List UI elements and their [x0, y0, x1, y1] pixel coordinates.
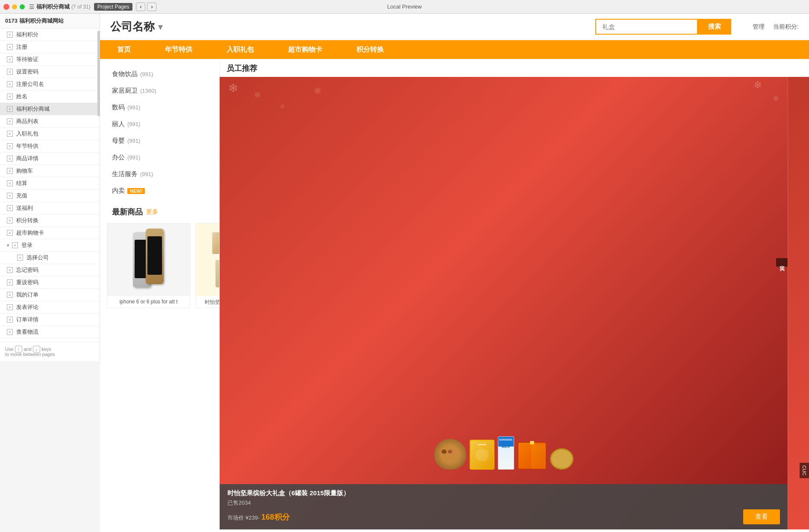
- menu-icon: ☰: [29, 3, 35, 10]
- sidebar-item-label-1: 注册: [16, 43, 27, 51]
- nav-points-exchange[interactable]: 积分转换: [339, 40, 401, 59]
- category-item-1[interactable]: 家居厨卫(1360): [100, 82, 219, 99]
- can-4: [215, 260, 220, 288]
- iphone-screen-gold: [147, 236, 162, 275]
- sidebar-item-18[interactable]: ≡选择公司: [0, 252, 100, 264]
- nav-festival[interactable]: 年节特供: [148, 40, 209, 59]
- page-icon-2: ≡: [7, 56, 13, 62]
- sidebar-item-0[interactable]: ≡福利积分: [0, 29, 100, 41]
- page-icon-11: ≡: [7, 168, 13, 174]
- minimize-button[interactable]: [12, 4, 17, 9]
- sidebar-item-22[interactable]: ≡发表评论: [0, 301, 100, 314]
- gift-bow: [530, 441, 534, 444]
- snowflake-4: ❄: [773, 94, 779, 103]
- category-count-5: (991): [127, 154, 140, 161]
- sidebar-item-label-2: 等待验证: [16, 56, 38, 63]
- featured-sold-count: 已售2034: [227, 499, 780, 507]
- sidebar-item-23[interactable]: ≡订单详情: [0, 314, 100, 326]
- box-circle: [476, 449, 488, 461]
- page-icon-8: ≡: [7, 131, 13, 137]
- page-icon-1: ≡: [7, 44, 13, 50]
- featured-banner-container: ❄ ❄ ❄ ❄ ❄ ❄: [220, 77, 809, 529]
- iphone-img-1: [116, 227, 182, 293]
- category-item-7[interactable]: 内卖NEW!: [100, 182, 219, 199]
- project-pages-button[interactable]: Project Pages: [94, 3, 133, 11]
- sidebar-item-2[interactable]: ≡等待验证: [0, 53, 100, 66]
- product-card-2[interactable]: 时怡坚果绿纷大礼盒（6罐装: [195, 223, 220, 308]
- category-name-7: 内卖: [112, 187, 125, 195]
- company-name: 公司名称: [110, 19, 155, 34]
- category-item-0[interactable]: 食物饮品(991): [100, 66, 219, 82]
- sidebar-item-20[interactable]: ≡重设密码: [0, 276, 100, 289]
- page-icon-0: ≡: [7, 32, 13, 38]
- category-item-2[interactable]: 数码(991): [100, 99, 219, 116]
- category-count-3: (991): [127, 121, 140, 127]
- newest-section: 最新商品 更多: [100, 199, 219, 312]
- store-logo[interactable]: 公司名称 ▾: [110, 19, 162, 34]
- sidebar-item-14[interactable]: ≡送福利: [0, 202, 100, 215]
- sidebar-item-5[interactable]: ≡姓名: [0, 91, 100, 103]
- page-icon-23: ≡: [7, 317, 13, 323]
- basket-contents: [438, 443, 462, 460]
- category-item-4[interactable]: 母婴(991): [100, 132, 219, 149]
- maximize-button[interactable]: [20, 4, 25, 9]
- app-title: 福利积分商城: [36, 3, 70, 11]
- view-button[interactable]: 查看: [743, 509, 780, 524]
- sidebar-item-1[interactable]: ≡注册: [0, 41, 100, 53]
- category-item-3[interactable]: 丽人(991): [100, 116, 219, 132]
- employee-recommend-title: 员工推荐: [220, 59, 809, 77]
- sidebar-item-8[interactable]: ≡入职礼包: [0, 128, 100, 140]
- search-input[interactable]: [595, 19, 698, 35]
- nav-onboarding[interactable]: 入职礼包: [209, 40, 271, 59]
- store-body: 食物饮品(991)家居厨卫(1360)数码(991)丽人(991)母婴(991)…: [100, 59, 809, 529]
- sidebar-item-label-19: 忘记密码: [16, 266, 38, 274]
- sidebar-item-7[interactable]: ≡商品列表: [0, 115, 100, 128]
- sidebar-scrollbar[interactable]: [97, 31, 100, 116]
- sidebar-item-label-21: 我的订单: [16, 291, 38, 299]
- nav-home[interactable]: 首页: [100, 40, 148, 59]
- nav-forward-button[interactable]: ›: [147, 3, 156, 11]
- page-icon-14: ≡: [7, 205, 13, 211]
- sidebar-item-21[interactable]: ≡我的订单: [0, 289, 100, 301]
- featured-market-price: 市场价 ¥239- 168积分: [227, 512, 290, 522]
- close-button[interactable]: [3, 4, 9, 10]
- manage-label[interactable]: 管理: [753, 23, 765, 31]
- sidebar-item-16[interactable]: ≡超市购物卡: [0, 227, 100, 239]
- page-icon-24: ≡: [7, 329, 13, 335]
- milk-carton: SUNSIDES MILK: [498, 436, 514, 470]
- sidebar-item-label-14: 送福利: [16, 204, 33, 212]
- sidebar-item-label-15: 积分转换: [16, 217, 38, 224]
- nut-1: [441, 450, 447, 454]
- search-button[interactable]: 搜索: [698, 19, 731, 35]
- local-preview-label: Local Preview: [387, 3, 422, 10]
- buy-overlay-btn[interactable]: 我买: [776, 258, 788, 267]
- sidebar-item-19[interactable]: ≡忘记密码: [0, 264, 100, 276]
- page-icon-12: ≡: [7, 180, 13, 186]
- category-item-5[interactable]: 办公(991): [100, 149, 219, 166]
- cuc-btn[interactable]: CUC: [800, 463, 809, 478]
- sidebar-item-17[interactable]: ▾≡登录: [0, 239, 100, 252]
- nav-supermarket[interactable]: 超市购物卡: [271, 40, 339, 59]
- sidebar-item-13[interactable]: ≡充值: [0, 190, 100, 202]
- sidebar-item-11[interactable]: ≡购物车: [0, 165, 100, 177]
- nav-back-button[interactable]: ‹: [136, 3, 145, 11]
- category-name-0: 食物饮品: [112, 70, 138, 78]
- sidebar-item-6[interactable]: ≡福利积分商城: [0, 103, 100, 115]
- store-header: 公司名称 ▾ 搜索 管理 当前积分:: [100, 14, 809, 40]
- more-link[interactable]: 更多: [146, 208, 158, 216]
- sidebar-item-10[interactable]: ≡商品详情: [0, 153, 100, 165]
- sidebar-item-12[interactable]: ≡结算: [0, 177, 100, 190]
- page-icon-4: ≡: [7, 81, 13, 87]
- category-item-6[interactable]: 生活服务(991): [100, 166, 219, 182]
- product-card-1[interactable]: iphone 6 or 6 plus for att t: [107, 223, 190, 308]
- sidebar-item-24[interactable]: ≡查看物流: [0, 326, 100, 338]
- sidebar-item-4[interactable]: ≡注册公司名: [0, 78, 100, 91]
- keys-label: keys: [41, 347, 51, 352]
- sidebar-item-15[interactable]: ≡积分转换: [0, 215, 100, 227]
- category-count-0: (991): [140, 71, 153, 77]
- category-name-2: 数码: [112, 103, 125, 112]
- sidebar-item-label-7: 商品列表: [16, 118, 38, 125]
- box-stripe: [478, 444, 486, 445]
- sidebar-item-9[interactable]: ≡年节特供: [0, 140, 100, 153]
- sidebar-item-3[interactable]: ≡设置密码: [0, 66, 100, 78]
